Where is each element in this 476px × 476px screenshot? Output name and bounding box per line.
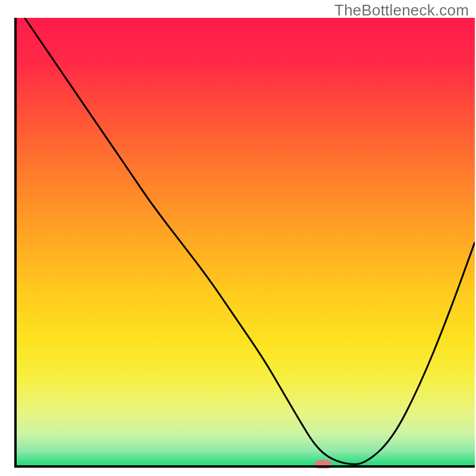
watermark-label: TheBottleneck.com xyxy=(334,1,469,20)
bottleneck-chart xyxy=(0,0,476,476)
chart-container: TheBottleneck.com xyxy=(0,0,476,476)
gradient-background xyxy=(15,18,475,466)
